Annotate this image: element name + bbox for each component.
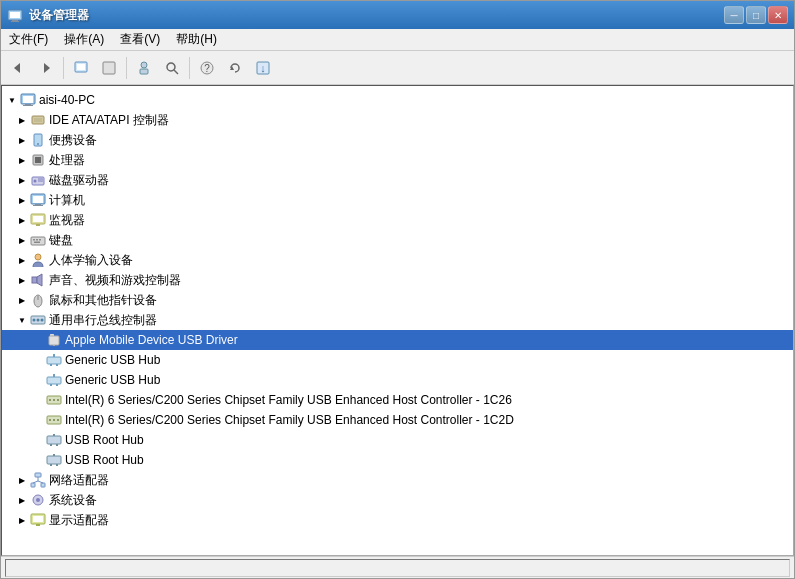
tree-item-network[interactable]: ▶ 网络适配器 bbox=[2, 470, 793, 490]
svg-line-86 bbox=[38, 481, 43, 483]
svg-rect-63 bbox=[50, 384, 52, 386]
disk-icon bbox=[30, 172, 46, 188]
tree-item-portable[interactable]: ▶ 便携设备 bbox=[2, 130, 793, 150]
root-label: aisi-40-PC bbox=[39, 93, 95, 107]
tree-item-apple-usb[interactable]: Apple Mobile Device USB Driver bbox=[2, 330, 793, 350]
toolbar-separator-2 bbox=[126, 57, 127, 79]
keyboard-expand[interactable]: ▶ bbox=[14, 232, 30, 248]
mouse-expand[interactable]: ▶ bbox=[14, 292, 30, 308]
close-button[interactable]: ✕ bbox=[768, 6, 788, 24]
tree-item-intel-usb-2[interactable]: Intel(R) 6 Series/C200 Series Chipset Fa… bbox=[2, 410, 793, 430]
tree-item-usb-root-hub-1[interactable]: USB Root Hub bbox=[2, 430, 793, 450]
svg-rect-8 bbox=[103, 62, 115, 74]
display-icon bbox=[30, 512, 46, 528]
portable-expand[interactable]: ▶ bbox=[14, 132, 30, 148]
tree-root[interactable]: ▼ aisi-40-PC bbox=[2, 90, 793, 110]
tree-item-intel-usb-1[interactable]: Intel(R) 6 Series/C200 Series Chipset Fa… bbox=[2, 390, 793, 410]
refresh-button[interactable] bbox=[222, 55, 248, 81]
svg-rect-91 bbox=[36, 524, 40, 526]
status-panel bbox=[5, 559, 790, 577]
tree-item-hid[interactable]: ▶ 人体学输入设备 bbox=[2, 250, 793, 270]
svg-rect-42 bbox=[36, 239, 38, 241]
system-expand[interactable]: ▶ bbox=[14, 492, 30, 508]
svg-rect-40 bbox=[31, 237, 45, 245]
status-bar bbox=[1, 556, 794, 578]
usb-hub-2-icon bbox=[46, 372, 62, 388]
menu-file[interactable]: 文件(F) bbox=[1, 29, 56, 50]
cpu-label: 处理器 bbox=[49, 152, 85, 169]
root-expand-icon[interactable]: ▼ bbox=[4, 92, 20, 108]
network-expand[interactable]: ▶ bbox=[14, 472, 30, 488]
tree-item-usb-root-hub-2[interactable]: USB Root Hub bbox=[2, 450, 793, 470]
maximize-button[interactable]: □ bbox=[746, 6, 766, 24]
intel-usb-1-icon bbox=[46, 392, 62, 408]
properties-button[interactable] bbox=[131, 55, 157, 81]
hid-expand[interactable]: ▶ bbox=[14, 252, 30, 268]
svg-point-72 bbox=[57, 419, 59, 421]
tree-item-mouse[interactable]: ▶ 鼠标和其他指针设备 bbox=[2, 290, 793, 310]
svg-rect-75 bbox=[50, 444, 52, 446]
svg-point-30 bbox=[34, 180, 37, 183]
sound-icon bbox=[30, 272, 46, 288]
device-tree[interactable]: ▼ aisi-40-PC ▶ IDE ATA/ATA bbox=[1, 85, 794, 556]
svg-rect-39 bbox=[36, 224, 40, 226]
usb-hub-1-icon bbox=[46, 352, 62, 368]
tree-item-sound[interactable]: ▶ 声音、视频和游戏控制器 bbox=[2, 270, 793, 290]
tree-item-ide[interactable]: ▶ IDE ATA/ATAPI 控制器 bbox=[2, 110, 793, 130]
toolbar-separator-3 bbox=[189, 57, 190, 79]
usb-root-expand[interactable]: ▼ bbox=[14, 312, 30, 328]
svg-rect-35 bbox=[35, 204, 41, 205]
cpu-expand[interactable]: ▶ bbox=[14, 152, 30, 168]
svg-rect-3 bbox=[11, 21, 19, 22]
usb-root-hub-1-expand bbox=[30, 432, 46, 448]
computer2-label: 计算机 bbox=[49, 192, 85, 209]
title-bar-left: 设备管理器 bbox=[7, 7, 89, 24]
usb-root-hub-2-icon bbox=[46, 452, 62, 468]
usb-root-hub-1-icon bbox=[46, 432, 62, 448]
svg-point-51 bbox=[33, 319, 36, 322]
cpu-icon bbox=[30, 152, 46, 168]
ide-expand[interactable]: ▶ bbox=[14, 112, 30, 128]
forward-button[interactable] bbox=[33, 55, 59, 81]
tree-item-usb-root[interactable]: ▼ 通用串行总线控制器 bbox=[2, 310, 793, 330]
svg-rect-64 bbox=[56, 384, 58, 386]
svg-line-85 bbox=[33, 481, 38, 483]
back-button[interactable] bbox=[5, 55, 31, 81]
keyboard-icon bbox=[30, 232, 46, 248]
computer-expand[interactable]: ▶ bbox=[14, 192, 30, 208]
display-expand[interactable]: ▶ bbox=[14, 512, 30, 528]
scan-button[interactable] bbox=[159, 55, 185, 81]
toolbar-separator-1 bbox=[63, 57, 64, 79]
disk-expand[interactable]: ▶ bbox=[14, 172, 30, 188]
tree-item-cpu[interactable]: ▶ 处理器 bbox=[2, 150, 793, 170]
tree-item-monitor[interactable]: ▶ 监视器 bbox=[2, 210, 793, 230]
tree-item-usb-hub-1[interactable]: Generic USB Hub bbox=[2, 350, 793, 370]
update-button[interactable]: ↓ bbox=[250, 55, 276, 81]
help-button[interactable]: ? bbox=[194, 55, 220, 81]
monitor-expand[interactable]: ▶ bbox=[14, 212, 30, 228]
stop-button[interactable] bbox=[96, 55, 122, 81]
system-icon bbox=[30, 492, 46, 508]
usb-root-hub-2-label: USB Root Hub bbox=[65, 453, 144, 467]
svg-rect-19 bbox=[23, 96, 33, 103]
svg-rect-77 bbox=[47, 456, 61, 464]
svg-rect-43 bbox=[39, 239, 41, 241]
svg-rect-79 bbox=[50, 464, 52, 466]
tree-item-display[interactable]: ▶ 显示适配器 bbox=[2, 510, 793, 530]
menu-help[interactable]: 帮助(H) bbox=[168, 29, 225, 50]
svg-rect-57 bbox=[47, 357, 61, 364]
svg-rect-22 bbox=[32, 116, 44, 124]
tree-item-system[interactable]: ▶ 系统设备 bbox=[2, 490, 793, 510]
menu-view[interactable]: 查看(V) bbox=[112, 29, 168, 50]
svg-rect-76 bbox=[56, 444, 58, 446]
usb-root-label: 通用串行总线控制器 bbox=[49, 312, 157, 329]
menu-action[interactable]: 操作(A) bbox=[56, 29, 112, 50]
tree-item-disk[interactable]: ▶ 磁盘驱动器 bbox=[2, 170, 793, 190]
minimize-button[interactable]: ─ bbox=[724, 6, 744, 24]
tree-item-usb-hub-2[interactable]: Generic USB Hub bbox=[2, 370, 793, 390]
up-button[interactable] bbox=[68, 55, 94, 81]
svg-rect-41 bbox=[33, 239, 35, 241]
sound-expand[interactable]: ▶ bbox=[14, 272, 30, 288]
tree-item-computer[interactable]: ▶ 计算机 bbox=[2, 190, 793, 210]
tree-item-keyboard[interactable]: ▶ 键盘 bbox=[2, 230, 793, 250]
